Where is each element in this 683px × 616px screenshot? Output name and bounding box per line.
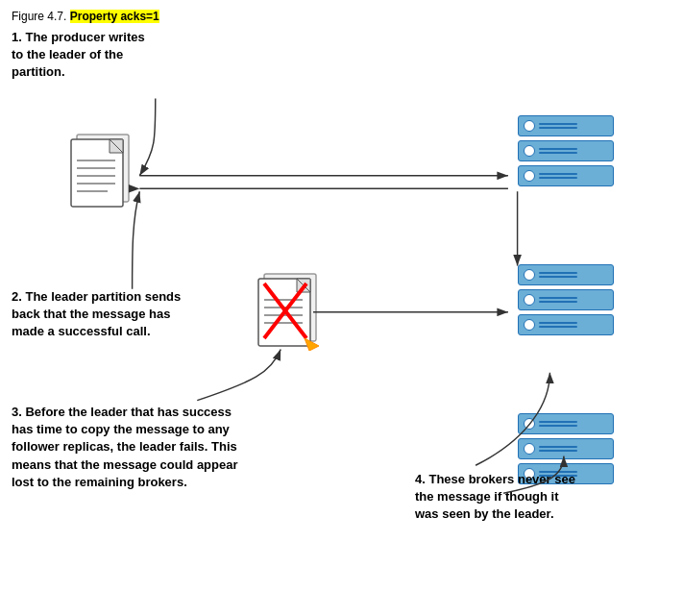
page-container: Figure 4.7. Property acks=1 1. The produ… (0, 0, 683, 616)
rack-line (539, 425, 577, 427)
rack-line (539, 173, 577, 175)
rack-line (539, 276, 577, 278)
rack-lines (539, 123, 577, 129)
rack-line (539, 152, 577, 154)
rack-lines (539, 297, 577, 303)
rack-line (539, 322, 577, 324)
rack-line (539, 123, 577, 125)
rack-circle (524, 443, 535, 455)
rack-line (539, 297, 577, 299)
server-rack-6 (518, 314, 614, 335)
step-1-label: 1. The producer writesto the leader of t… (12, 29, 213, 82)
leader-server-block (518, 115, 614, 186)
rack-line (539, 446, 577, 448)
rack-line (539, 450, 577, 452)
caption-prefix: Figure 4.7. (12, 10, 66, 23)
rack-circle (524, 319, 535, 331)
server-rack-8 (518, 438, 614, 459)
crossed-document (256, 269, 324, 351)
rack-lines (539, 173, 577, 179)
rack-circle (524, 120, 535, 132)
server-rack-1 (518, 115, 614, 136)
rack-circle (524, 294, 535, 306)
rack-circle (524, 170, 535, 182)
server-rack-7 (518, 413, 614, 434)
rack-lines (539, 421, 577, 427)
rack-line (539, 272, 577, 274)
rack-line (539, 127, 577, 129)
rack-line (539, 301, 577, 303)
rack-line (539, 148, 577, 150)
rack-lines (539, 272, 577, 278)
figure-caption: Figure 4.7. Property acks=1 (12, 10, 671, 23)
step-4-label: 4. These brokers never seethe message if… (415, 471, 655, 524)
server-rack-2 (518, 140, 614, 161)
rack-line (539, 326, 577, 328)
rack-lines (539, 148, 577, 154)
rack-circle (524, 145, 535, 157)
rack-circle (524, 269, 535, 281)
producer-document (69, 130, 136, 211)
rack-line (539, 177, 577, 179)
rack-lines (539, 446, 577, 452)
server-rack-4 (518, 264, 614, 285)
follower1-server-block (518, 264, 614, 335)
caption-highlight: Property acks=1 (70, 10, 159, 23)
rack-line (539, 421, 577, 423)
server-group-mid (518, 264, 614, 335)
step-3-label: 3. Before the leader that has successhas… (12, 404, 300, 491)
rack-circle (524, 418, 535, 430)
diagram-area: 1. The producer writesto the leader of t… (12, 29, 671, 586)
rack-lines (539, 322, 577, 328)
server-rack-3 (518, 165, 614, 186)
server-group-top (518, 115, 614, 186)
step-2-label: 2. The leader partition sendsback that t… (12, 288, 232, 341)
server-rack-5 (518, 289, 614, 310)
